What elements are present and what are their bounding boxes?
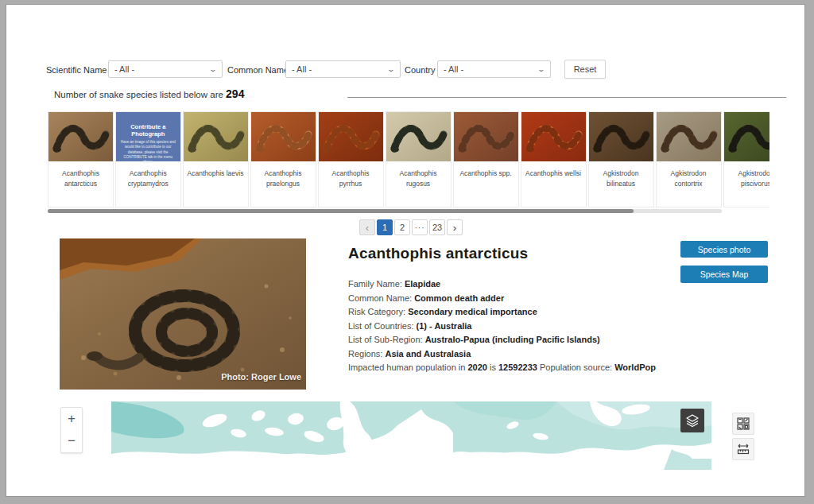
species-count-line: Number of snake species listed below are… xyxy=(54,87,244,100)
reset-button[interactable]: Reset xyxy=(564,60,606,79)
detail-field: Risk Category: Secondary medical importa… xyxy=(348,307,690,316)
species-card[interactable]: Acanthophis spp. xyxy=(453,111,519,207)
contribute-title: Contribute a Photograph xyxy=(116,123,180,138)
species-thumbnail xyxy=(184,112,248,161)
species-card[interactable]: Agkistrodon contortrix xyxy=(656,111,722,207)
carousel-scrollbar-track[interactable] xyxy=(48,209,722,213)
species-card[interactable]: Acanthophis wellsi xyxy=(521,111,587,207)
species-card[interactable]: Agkistrodon piscivorus xyxy=(723,111,770,207)
country-label: Country xyxy=(405,65,436,75)
species-card-name: Acanthophis antarcticus xyxy=(48,161,113,189)
species-thumbnail xyxy=(724,112,770,161)
species-photo: Photo: Roger Lowe xyxy=(60,238,306,390)
photo-credit: Photo: Roger Lowe xyxy=(221,372,301,382)
carousel-scrollbar-thumb[interactable] xyxy=(48,209,634,213)
species-photo-image xyxy=(60,238,306,390)
species-card-name: Acanthophis praelongus xyxy=(251,161,316,189)
species-details: Family Name: ElapidaeCommon Name: Common… xyxy=(348,279,690,377)
species-thumbnail xyxy=(251,112,316,161)
zoom-out-button[interactable]: − xyxy=(61,430,82,452)
measure-button[interactable] xyxy=(732,438,754,460)
basemap-gallery-button[interactable] xyxy=(732,413,754,435)
layers-button[interactable] xyxy=(680,409,704,432)
page-button-2[interactable]: 2 xyxy=(394,219,410,235)
species-count-text: Number of snake species listed below are xyxy=(54,90,226,99)
species-card-name: Acanthophis wellsi xyxy=(521,161,586,179)
pagination: ‹12···23› xyxy=(359,219,463,235)
zoom-in-button[interactable]: + xyxy=(61,408,82,430)
map-image xyxy=(111,401,711,494)
country-value: - All - xyxy=(444,64,463,74)
app-screenshot: Scientific Name - All - ⌄ Common Name - … xyxy=(0,0,814,504)
layers-icon xyxy=(685,413,700,428)
detail-field: Regions: Asia and Australasia xyxy=(348,349,690,359)
map-zoom-control: + − xyxy=(60,407,83,453)
detail-field: Common Name: Common death adder xyxy=(348,293,690,303)
species-card[interactable]: Acanthophis antarcticus xyxy=(48,111,114,207)
prev-page-button[interactable]: ‹ xyxy=(359,219,375,235)
species-map-button[interactable]: Species Map xyxy=(680,266,768,283)
next-page-button[interactable]: › xyxy=(447,219,463,235)
species-card[interactable]: Acanthophis praelongus xyxy=(250,111,316,207)
chevron-down-icon: ⌄ xyxy=(537,65,546,73)
measure-icon xyxy=(737,443,750,456)
page-ellipsis: ··· xyxy=(412,219,428,235)
species-thumbnail xyxy=(521,112,586,161)
species-card-name: Acanthophis spp. xyxy=(454,161,518,179)
species-carousel-track: Acanthophis antarcticusContribute a Phot… xyxy=(48,111,769,209)
species-card-name: Agkistrodon bilineatus xyxy=(589,161,653,189)
chevron-down-icon: ⌄ xyxy=(209,65,218,73)
species-thumbnail xyxy=(589,112,653,161)
species-thumbnail xyxy=(454,112,518,161)
page-button-23[interactable]: 23 xyxy=(429,219,445,235)
divider xyxy=(347,97,786,98)
detail-field: Family Name: Elapidae xyxy=(348,279,690,289)
contribute-photo-panel: Contribute a PhotographHave an image of … xyxy=(116,112,180,161)
species-carousel: Acanthophis antarcticusContribute a Phot… xyxy=(48,111,769,209)
species-thumbnail xyxy=(48,112,113,161)
species-card-name: Agkistrodon piscivorus xyxy=(724,161,770,189)
species-photo-button[interactable]: Species photo xyxy=(680,241,768,258)
detail-field: List of Countries: (1) - Australia xyxy=(348,321,690,331)
scientific-name-select[interactable]: - All - ⌄ xyxy=(108,60,223,78)
species-card[interactable]: Acanthophis pyrrhus xyxy=(318,111,384,207)
scientific-name-label: Scientific Name xyxy=(46,65,107,75)
species-thumbnail xyxy=(386,112,451,161)
detail-field: List of Sub-Region: Australo-Papua (incl… xyxy=(348,335,690,344)
species-card[interactable]: Acanthophis rugosus xyxy=(386,111,452,207)
species-card-name: Acanthophis cryptamydros xyxy=(116,161,180,189)
species-card-name: Acanthophis pyrrhus xyxy=(319,161,383,189)
species-card[interactable]: Contribute a PhotographHave an image of … xyxy=(115,111,181,207)
species-thumbnail xyxy=(319,112,383,161)
species-map[interactable] xyxy=(111,401,711,494)
common-name-label: Common Name xyxy=(227,65,289,75)
common-name-select[interactable]: - All - ⌄ xyxy=(285,60,401,78)
species-card-name: Acanthophis laevis xyxy=(184,161,248,179)
species-card[interactable]: Agkistrodon bilineatus xyxy=(588,111,654,207)
species-card-name: Agkistrodon contortrix xyxy=(657,161,721,189)
species-title: Acanthophis antarcticus xyxy=(348,245,528,262)
basemap-grid-icon xyxy=(737,417,750,430)
species-card[interactable]: Acanthophis laevis xyxy=(183,111,249,207)
common-name-value: - All - xyxy=(292,64,312,74)
chevron-down-icon: ⌄ xyxy=(387,65,396,73)
detail-field: Impacted human population in 2020 is 125… xyxy=(348,362,690,372)
page-button-1[interactable]: 1 xyxy=(377,219,393,235)
species-count-value: 294 xyxy=(226,87,244,100)
country-select[interactable]: - All - ⌄ xyxy=(437,60,551,78)
species-card-name: Acanthophis rugosus xyxy=(386,161,451,189)
species-thumbnail xyxy=(657,112,721,161)
scientific-name-value: - All - xyxy=(114,64,134,74)
